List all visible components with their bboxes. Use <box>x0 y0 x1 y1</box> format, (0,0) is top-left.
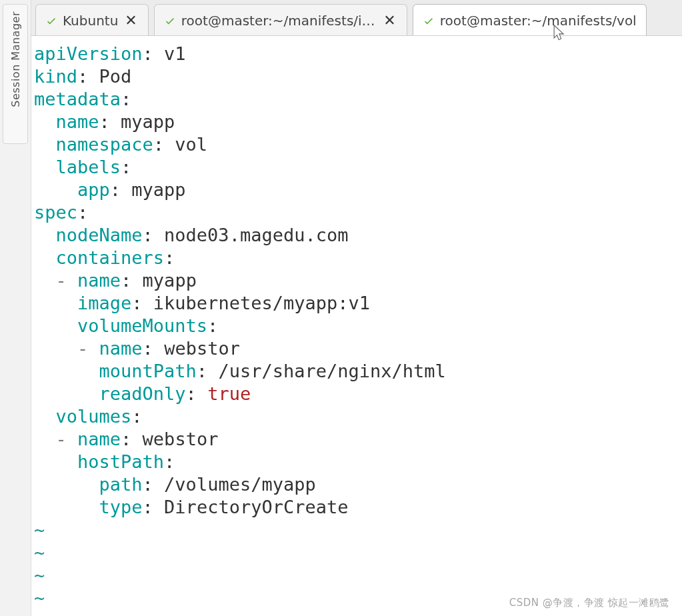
session-manager-label: Session Manager <box>9 11 22 107</box>
tab-ingres[interactable]: root@master:~/manifests/ingres ✕ <box>154 4 407 36</box>
close-icon[interactable]: ✕ <box>123 12 138 29</box>
tab-vol[interactable]: root@master:~/manifests/vol <box>413 4 647 36</box>
tab-kubuntu[interactable]: Kubuntu ✕ <box>35 4 149 36</box>
tab-bar: Kubuntu ✕ root@master:~/manifests/ingres… <box>31 0 682 36</box>
main-area: Kubuntu ✕ root@master:~/manifests/ingres… <box>31 0 682 616</box>
watermark-text: CSDN @争渡，争渡 惊起一滩鸥鹭 <box>509 597 670 609</box>
check-icon <box>45 15 57 27</box>
session-manager-sidebar[interactable]: Session Manager <box>3 4 28 144</box>
check-icon <box>164 15 176 27</box>
code-editor[interactable]: apiVersion: v1 kind: Pod metadata: name:… <box>31 36 682 616</box>
check-icon <box>423 15 435 27</box>
tab-label: root@master:~/manifests/vol <box>440 13 637 29</box>
tab-label: Kubuntu <box>63 13 118 29</box>
close-icon[interactable]: ✕ <box>382 12 397 29</box>
tab-label: root@master:~/manifests/ingres <box>181 13 377 29</box>
